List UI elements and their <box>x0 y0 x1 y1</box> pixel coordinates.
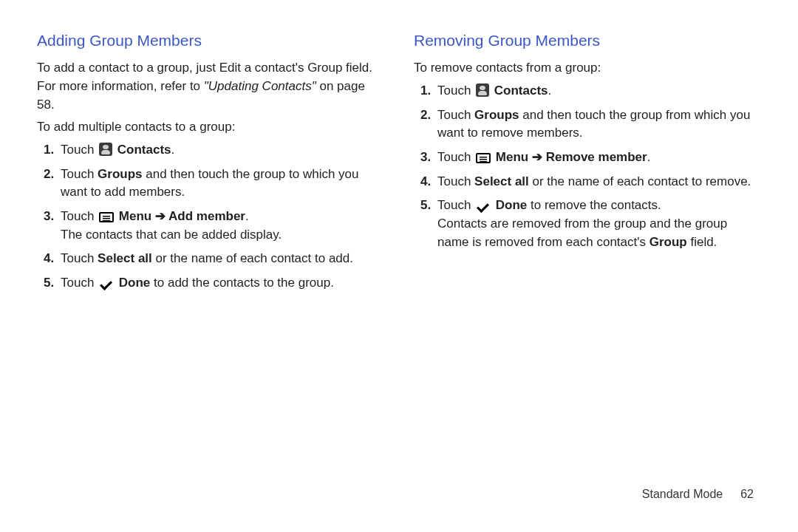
step-5: Touch Done to add the contacts to the gr… <box>58 274 384 293</box>
step-text: Touch <box>437 150 474 164</box>
cross-reference-updating-contacts: "Updating Contacts" <box>204 79 316 93</box>
done-check-icon <box>476 201 491 211</box>
menu-icon <box>99 212 114 222</box>
contacts-icon <box>476 83 489 97</box>
step-1: Touch Contacts. <box>58 141 384 160</box>
period: . <box>647 150 651 164</box>
period: . <box>171 143 175 157</box>
step-text: Touch <box>437 198 474 212</box>
remove-member-label: Remove member <box>546 150 647 164</box>
step-5: Touch Done to remove the contacts. Conta… <box>434 197 761 251</box>
arrow-icon: ➔ <box>528 150 545 164</box>
step-text: Touch <box>61 251 98 265</box>
left-column: Adding Group Members To add a contact to… <box>37 30 384 298</box>
step-text: Touch <box>61 276 98 290</box>
step-text: Touch <box>61 143 98 157</box>
step-3: Touch Menu ➔ Add member. The contacts th… <box>58 208 384 244</box>
step-4: Touch Select all or the name of each con… <box>58 250 384 268</box>
done-label: Done <box>496 198 528 212</box>
step-text-tail: or the name of each contact to remove. <box>529 174 751 188</box>
groups-label: Groups <box>98 167 142 181</box>
heading-removing-group-members: Removing Group Members <box>414 30 761 52</box>
period: . <box>245 209 249 223</box>
steps-list-adding: Touch Contacts. Touch Groups and then to… <box>37 141 384 292</box>
step-text: Touch <box>437 174 474 188</box>
step-text-tail: to add the contacts to the group. <box>150 276 334 290</box>
footer-mode: Standard Mode <box>642 488 723 500</box>
heading-adding-group-members: Adding Group Members <box>37 30 384 52</box>
step-text: Touch <box>61 167 98 181</box>
lead-in-text: To add multiple contacts to a group: <box>37 118 384 137</box>
step-1: Touch Contacts. <box>434 82 761 100</box>
contacts-label: Contacts <box>117 143 171 157</box>
step-3: Touch Menu ➔ Remove member. <box>434 149 761 167</box>
done-label: Done <box>119 276 151 290</box>
intro-paragraph: To add a contact to a group, just Edit a… <box>37 59 384 114</box>
add-member-label: Add member <box>168 209 245 223</box>
right-column: Removing Group Members To remove contact… <box>414 30 761 298</box>
step-4: Touch Select all or the name of each con… <box>434 173 761 191</box>
step-2: Touch Groups and then touch the group fr… <box>434 106 761 143</box>
step-text: Touch <box>437 108 474 122</box>
step-note: Contacts are removed from the group and … <box>437 215 761 251</box>
step-text-tail: or the name of each contact to add. <box>152 251 353 265</box>
step-text: Touch <box>437 83 474 98</box>
note-c: field. <box>687 235 717 249</box>
period: . <box>548 83 552 98</box>
contacts-label: Contacts <box>494 83 548 98</box>
step-text: Touch <box>61 209 98 223</box>
contacts-icon <box>99 143 112 156</box>
group-field-label: Group <box>649 235 687 249</box>
page-body: Adding Group Members To add a contact to… <box>0 0 798 298</box>
step-2: Touch Groups and then touch the group to… <box>58 166 384 202</box>
done-check-icon <box>99 279 114 289</box>
step-note: The contacts that can be added display. <box>61 226 384 245</box>
select-all-label: Select all <box>98 251 152 265</box>
lead-in-text: To remove contacts from a group: <box>414 59 761 78</box>
page-number: 62 <box>740 488 754 500</box>
menu-label: Menu <box>496 150 528 164</box>
steps-list-removing: Touch Contacts. Touch Groups and then to… <box>414 82 761 251</box>
menu-label: Menu <box>119 209 151 223</box>
arrow-icon: ➔ <box>151 209 168 223</box>
page-footer: Standard Mode62 <box>642 485 754 502</box>
menu-icon <box>476 153 491 163</box>
step-text-tail: to remove the contacts. <box>527 198 661 212</box>
groups-label: Groups <box>474 108 519 122</box>
select-all-label: Select all <box>474 174 529 188</box>
